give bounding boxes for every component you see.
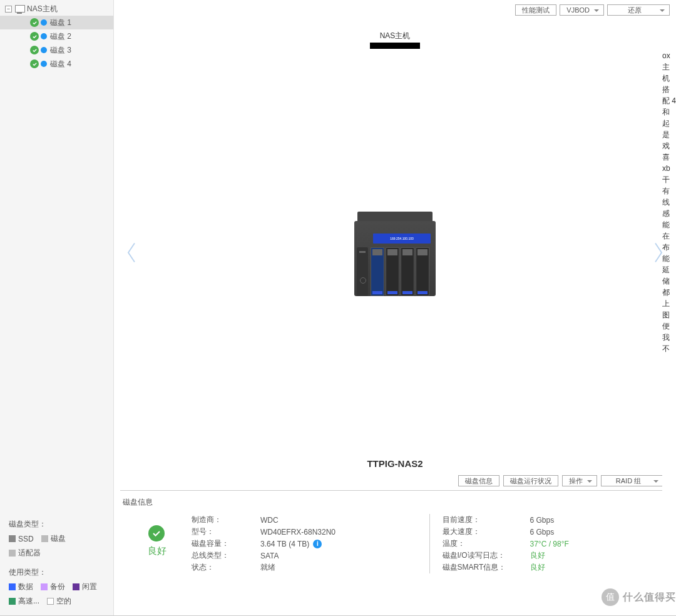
- spec-label: 型号：: [192, 526, 260, 537]
- app-window: − NAS主机 磁盘 1 磁盘 2 磁盘 3: [0, 0, 676, 616]
- legend-swatch-disk: [41, 535, 48, 542]
- prev-arrow-icon[interactable]: [125, 242, 138, 265]
- collapse-icon[interactable]: −: [5, 6, 12, 13]
- spec-value-model: WD40EFRX-68N32N0: [260, 528, 335, 536]
- spec-label: 制造商：: [192, 515, 260, 525]
- tree-root-nas[interactable]: − NAS主机: [0, 2, 113, 16]
- spec-label: 目前速度：: [443, 515, 530, 525]
- raid-group-dropdown[interactable]: RAID 组: [601, 475, 663, 486]
- spec-label: 温度：: [443, 538, 530, 549]
- device-name: TTPIG-NAS2: [114, 458, 676, 469]
- spec-value-capacity: 3.64 TB (4 TB): [260, 540, 309, 548]
- spec-label: 磁盘SMART信息：: [443, 562, 530, 573]
- drive-bay-3[interactable]: [401, 247, 414, 296]
- drive-bay-4[interactable]: [416, 247, 429, 296]
- section-title: 磁盘信息: [123, 497, 667, 508]
- host-icon: [15, 5, 24, 13]
- tree-item-label: 磁盘 4: [50, 59, 71, 69]
- legend-label: SSD: [18, 535, 34, 543]
- tree-item-disk2[interactable]: 磁盘 2: [0, 29, 113, 43]
- tree-item-label: 磁盘 3: [50, 45, 71, 56]
- spec-value-speed: 6 Gbps: [530, 516, 555, 525]
- status-ok-icon: [148, 525, 165, 542]
- spec-label: 磁盘I/O读写日志：: [443, 550, 530, 561]
- spec-value-state: 就绪: [260, 562, 275, 573]
- legend-label: 高速...: [18, 596, 39, 607]
- tree-root-label: NAS主机: [27, 4, 58, 14]
- disk-type-icon: [41, 47, 47, 53]
- main-panel: 性能测试 VJBOD 还原 NAS主机 169.254.100.100: [114, 0, 676, 615]
- divider: [429, 514, 430, 573]
- spec-left-column: 制造商：WDC 型号：WD40EFRX-68N32N0 磁盘容量：3.64 TB…: [192, 514, 417, 573]
- perf-test-button[interactable]: 性能测试: [515, 4, 556, 16]
- disk-type-icon: [41, 61, 47, 67]
- watermark: 值 什么值得买: [602, 588, 676, 606]
- legend-swatch-data: [9, 583, 16, 590]
- spec-value-manufacturer: WDC: [260, 516, 279, 525]
- spec-label: 总线类型：: [192, 550, 260, 561]
- drive-bay-1[interactable]: [371, 247, 384, 296]
- spec-value-bus: SATA: [260, 552, 279, 560]
- restore-dropdown[interactable]: 还原: [607, 4, 670, 16]
- spec-label: 状态：: [192, 562, 260, 573]
- disk-info-section: 磁盘信息 良好 制造商：WDC 型号：WD40EFRX-68N32N0 磁盘容量…: [114, 491, 676, 580]
- legend-label: 适配器: [18, 548, 41, 558]
- tab-disk-health[interactable]: 磁盘运行状况: [503, 475, 558, 486]
- sidebar: − NAS主机 磁盘 1 磁盘 2 磁盘 3: [0, 0, 114, 615]
- spec-label: 最大速度：: [443, 526, 530, 537]
- device-area: 169.254.100.100: [114, 50, 676, 457]
- nas-lcd: 169.254.100.100: [373, 234, 431, 244]
- detail-tabbar: 磁盘信息 磁盘运行状况 操作 RAID 组: [120, 469, 670, 491]
- spec-value-smart: 良好: [530, 562, 545, 573]
- legend-swatch-adapter: [9, 550, 16, 557]
- top-toolbar: 性能测试 VJBOD 还原: [114, 0, 676, 16]
- tree-item-disk1[interactable]: 磁盘 1: [0, 16, 113, 29]
- legend-swatch-empty: [47, 598, 54, 605]
- tree-item-disk4[interactable]: 磁盘 4: [0, 57, 113, 71]
- watermark-text: 什么值得买: [623, 591, 676, 604]
- device-viewer: NAS主机 169.254.100.100: [114, 16, 676, 615]
- tree-item-disk3[interactable]: 磁盘 3: [0, 43, 113, 57]
- legend-usage-type: 使用类型： 数据 备份 闲置 高速... 空的: [0, 567, 113, 615]
- drive-bay-2[interactable]: [386, 247, 399, 296]
- legend-label: 数据: [18, 582, 33, 592]
- action-dropdown[interactable]: 操作: [562, 475, 597, 486]
- nas-device-image: 169.254.100.100: [354, 212, 436, 296]
- spec-right-column: 目前速度：6 Gbps 最大速度：6 Gbps 温度：37°C / 98°F 磁…: [443, 514, 668, 573]
- redacted-bar: [370, 43, 420, 49]
- status-ok-icon: [30, 32, 39, 41]
- status-ok-icon: [30, 46, 39, 54]
- legend-swatch-ssd: [9, 535, 16, 542]
- legend-disk-type: 磁盘类型： SSD 磁盘 适配器: [0, 513, 113, 567]
- spec-label: 磁盘容量：: [192, 538, 260, 549]
- tab-disk-info[interactable]: 磁盘信息: [458, 475, 499, 486]
- spec-value-maxspeed: 6 Gbps: [530, 528, 555, 536]
- legend-swatch-cache: [9, 598, 16, 605]
- legend-title: 使用类型：: [9, 567, 105, 578]
- legend-label: 磁盘: [51, 533, 66, 544]
- vjbod-dropdown[interactable]: VJBOD: [560, 4, 604, 16]
- spec-value-temp: 37°C / 98°F: [530, 540, 569, 548]
- disk-type-icon: [41, 19, 47, 26]
- legend-swatch-backup: [41, 583, 48, 590]
- info-icon[interactable]: i: [313, 540, 322, 548]
- health-status: 良好: [123, 514, 192, 573]
- status-ok-icon: [30, 59, 39, 68]
- watermark-icon: 值: [602, 588, 619, 606]
- legend-title: 磁盘类型：: [9, 519, 105, 530]
- background-article-text: ox 主机搭配 4 和起是 戏 喜 xb 干有线感能 在 布 能 延储都 上图便…: [662, 50, 676, 563]
- tree-item-label: 磁盘 2: [50, 31, 71, 42]
- disk-tree: − NAS主机 磁盘 1 磁盘 2 磁盘 3: [0, 0, 113, 513]
- legend-label: 备份: [50, 582, 65, 592]
- tree-item-label: 磁盘 1: [50, 18, 71, 28]
- legend-swatch-idle: [73, 583, 79, 590]
- disk-type-icon: [41, 33, 47, 39]
- status-ok-icon: [30, 18, 39, 27]
- nas-title: NAS主机: [114, 31, 676, 41]
- spec-value-iolog: 良好: [530, 550, 545, 561]
- legend-label: 空的: [56, 596, 71, 607]
- status-text: 良好: [148, 545, 166, 557]
- legend-label: 闲置: [82, 582, 97, 592]
